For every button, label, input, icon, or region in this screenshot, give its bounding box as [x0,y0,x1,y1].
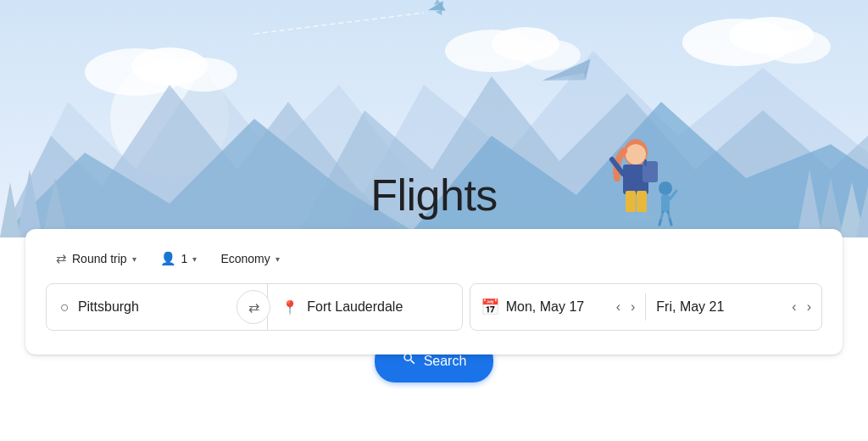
search-inputs-row: ○ ⇄ 📍 📅 Mon, May 17 ‹ [46,283,822,331]
svg-point-9 [521,40,581,70]
page-title: Flights [370,170,498,220]
svg-point-31 [659,181,672,195]
search-button-label: Search [424,354,467,369]
depart-date-text: Mon, May 17 [506,299,596,315]
return-date-nav: ‹ › [782,284,821,330]
return-date-field[interactable]: Fri, May 21 [646,284,782,330]
svg-rect-40 [644,159,647,166]
trip-type-icon: ⇄ [56,251,67,266]
depart-date-field[interactable]: 📅 Mon, May 17 [470,284,606,330]
hero-banner: Flights [0,0,868,237]
origin-field[interactable]: ○ [47,284,240,330]
return-date-text: Fri, May 21 [656,299,771,315]
chevron-right-icon-2: › [807,299,811,314]
page-title-area: Flights [370,170,498,220]
cabin-class-button[interactable]: Economy ▾ [210,247,289,271]
search-controls-row: ⇄ Round trip ▾ 👤 1 ▾ Economy ▾ [46,246,822,271]
chevron-left-icon: ‹ [616,299,620,314]
destination-icon: 📍 [281,299,298,315]
svg-rect-32 [661,195,670,212]
passengers-chevron: ▾ [192,254,197,264]
depart-prev-button[interactable]: ‹ [613,297,624,317]
svg-point-44 [619,213,678,220]
cabin-class-chevron: ▾ [275,254,280,264]
svg-rect-41 [626,191,636,212]
return-next-button[interactable]: › [804,297,815,317]
return-prev-button[interactable]: ‹ [788,297,799,317]
passengers-label: 1 [181,252,188,265]
svg-point-6 [170,58,237,92]
destination-input[interactable] [307,299,448,315]
person-icon: 👤 [160,251,176,266]
swap-button[interactable]: ⇄ [236,290,270,324]
origin-input[interactable] [78,299,226,315]
trip-type-chevron: ▾ [132,254,136,264]
chevron-left-icon-2: ‹ [792,299,796,314]
destination-field[interactable]: 📍 [267,284,461,330]
location-group: ○ ⇄ 📍 [46,283,463,331]
passengers-button[interactable]: 👤 1 ▾ [150,246,208,271]
svg-point-12 [763,30,831,64]
depart-next-button[interactable]: › [627,297,638,317]
origin-icon: ○ [60,299,70,316]
svg-rect-42 [637,191,647,212]
chevron-right-icon: › [631,299,635,314]
swap-icon: ⇄ [248,299,259,315]
svg-point-37 [626,144,646,165]
date-group: 📅 Mon, May 17 ‹ › Fri, May 21 ‹ [470,283,822,331]
search-panel: ⇄ Round trip ▾ 👤 1 ▾ Economy ▾ ○ ⇄ [25,229,843,354]
trip-type-label: Round trip [72,252,127,265]
trip-type-button[interactable]: ⇄ Round trip ▾ [46,246,147,271]
depart-date-nav: ‹ › [606,284,646,330]
cabin-class-label: Economy [220,252,270,265]
calendar-icon: 📅 [481,298,499,316]
